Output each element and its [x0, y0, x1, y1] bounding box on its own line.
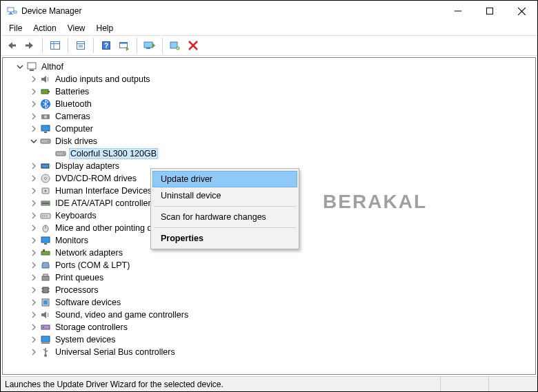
- tree-item-label: Keyboards: [54, 211, 98, 220]
- menu-bar: File Action View Help: [1, 21, 537, 35]
- menu-file[interactable]: File: [3, 22, 28, 34]
- chevron-right-icon[interactable]: [29, 285, 39, 295]
- tree-root[interactable]: Althof: [6, 61, 532, 73]
- chevron-right-icon[interactable]: [29, 248, 39, 258]
- tree-item-label: Disk drives: [54, 136, 99, 146]
- tree-item-print-queues[interactable]: Print queues: [6, 271, 532, 284]
- tree-item-bluetooth[interactable]: Bluetooth: [6, 98, 532, 110]
- menu-view[interactable]: View: [62, 22, 91, 34]
- tree-item-sound-controllers[interactable]: Sound, video and game controllers: [6, 309, 532, 321]
- battery-icon: [40, 86, 51, 97]
- svg-rect-69: [41, 336, 50, 342]
- chevron-right-icon[interactable]: [29, 347, 39, 357]
- tree-item-batteries[interactable]: Batteries: [6, 85, 532, 98]
- printer-icon: [40, 272, 51, 283]
- tree-item-label: Network adapters: [54, 248, 124, 258]
- update-driver-button[interactable]: [141, 37, 158, 54]
- uninstall-button[interactable]: [185, 37, 201, 54]
- chevron-right-icon[interactable]: [29, 124, 39, 134]
- svg-point-45: [45, 190, 47, 192]
- tree-item-computer[interactable]: Computer: [6, 123, 532, 135]
- keyboard-icon: [40, 210, 51, 221]
- forward-button[interactable]: [21, 37, 38, 54]
- tree-item-disk-drives[interactable]: Disk drives: [6, 135, 532, 147]
- chevron-right-icon[interactable]: [29, 223, 39, 233]
- back-button[interactable]: [3, 37, 20, 54]
- chevron-right-icon[interactable]: [29, 322, 39, 332]
- chevron-right-icon[interactable]: [29, 211, 39, 220]
- svg-rect-21: [144, 42, 152, 48]
- ctx-item-label: Update driver: [161, 174, 212, 184]
- processor-icon: [40, 285, 51, 296]
- ctx-item-label: Properties: [161, 234, 203, 243]
- tree-item-software-devices[interactable]: Software devices: [6, 296, 532, 309]
- tree-item-label: Storage controllers: [54, 322, 129, 332]
- chevron-down-icon[interactable]: [15, 62, 25, 72]
- tree-item-cameras[interactable]: Cameras: [6, 110, 532, 123]
- svg-point-39: [63, 153, 64, 154]
- chevron-right-icon[interactable]: [29, 310, 39, 320]
- tree-item-system-devices[interactable]: System devices: [6, 333, 532, 346]
- chevron-right-icon[interactable]: [29, 298, 39, 307]
- chevron-down-icon[interactable]: [29, 136, 39, 146]
- ide-controller-icon: [40, 198, 51, 209]
- twisty-empty: [44, 149, 54, 158]
- ctx-scan-hardware[interactable]: Scan for hardware changes: [152, 209, 297, 225]
- show-hide-tree-button[interactable]: [47, 37, 63, 54]
- tree-item-label: Software devices: [54, 298, 122, 307]
- tree-item-ports[interactable]: Ports (COM & LPT): [6, 259, 532, 271]
- svg-rect-27: [28, 63, 36, 69]
- chevron-right-icon[interactable]: [29, 260, 39, 270]
- tree-item-label: Ports (COM & LPT): [54, 260, 131, 270]
- svg-rect-30: [48, 91, 50, 92]
- window-title: Device Manager: [21, 6, 81, 16]
- chevron-right-icon[interactable]: [29, 99, 39, 109]
- properties-button[interactable]: [72, 37, 89, 54]
- ctx-uninstall-device[interactable]: Uninstall device: [152, 187, 297, 204]
- port-icon: [40, 260, 51, 271]
- toolbar-separator: [42, 38, 43, 53]
- action-button[interactable]: [116, 37, 132, 54]
- menu-action[interactable]: Action: [28, 22, 61, 34]
- tree-item-audio[interactable]: Audio inputs and outputs: [6, 73, 532, 85]
- chevron-right-icon[interactable]: [29, 236, 39, 245]
- chevron-right-icon[interactable]: [29, 273, 39, 282]
- toolbar: ?: [1, 35, 537, 56]
- storage-controller-icon: [40, 322, 51, 333]
- svg-point-68: [43, 327, 44, 328]
- chevron-right-icon[interactable]: [29, 161, 39, 171]
- chevron-right-icon[interactable]: [29, 112, 39, 121]
- ctx-update-driver[interactable]: Update driver: [152, 171, 297, 187]
- svg-text:?: ?: [104, 42, 108, 50]
- tree-item-label: Universal Serial Bus controllers: [54, 347, 177, 357]
- chevron-right-icon[interactable]: [29, 198, 39, 208]
- toolbar-separator: [93, 38, 94, 53]
- chevron-right-icon[interactable]: [29, 174, 39, 183]
- chevron-right-icon[interactable]: [29, 335, 39, 344]
- ctx-properties[interactable]: Properties: [152, 230, 297, 247]
- help-button[interactable]: ?: [98, 37, 114, 54]
- tree-item-usb-controllers[interactable]: Universal Serial Bus controllers: [6, 346, 532, 358]
- chevron-right-icon[interactable]: [29, 74, 39, 84]
- tree-item-colorful-sl300[interactable]: Colorful SL300 120GB: [6, 147, 532, 160]
- menu-help[interactable]: Help: [91, 22, 119, 34]
- camera-icon: [40, 111, 51, 122]
- bluetooth-icon: [40, 99, 51, 110]
- maximize-button[interactable]: [474, 1, 506, 21]
- device-tree[interactable]: Althof Audio inputs and outputs Batterie…: [2, 57, 536, 375]
- chevron-right-icon[interactable]: [29, 87, 39, 96]
- minimize-button[interactable]: [442, 1, 474, 21]
- svg-rect-34: [41, 125, 50, 131]
- tree-item-storage-controllers[interactable]: Storage controllers: [6, 321, 532, 333]
- chevron-right-icon[interactable]: [29, 186, 39, 196]
- svg-rect-48: [41, 214, 50, 218]
- tree-item-processors[interactable]: Processors: [6, 284, 532, 296]
- scan-hardware-button[interactable]: [167, 37, 183, 54]
- toolbar-separator: [137, 38, 137, 53]
- monitor-icon: [40, 235, 51, 246]
- hid-icon: [40, 185, 51, 196]
- svg-rect-47: [42, 203, 49, 204]
- status-text: Launches the Update Driver Wizard for th…: [1, 377, 441, 391]
- close-button[interactable]: [506, 1, 537, 21]
- status-bar: Launches the Update Driver Wizard for th…: [1, 376, 537, 391]
